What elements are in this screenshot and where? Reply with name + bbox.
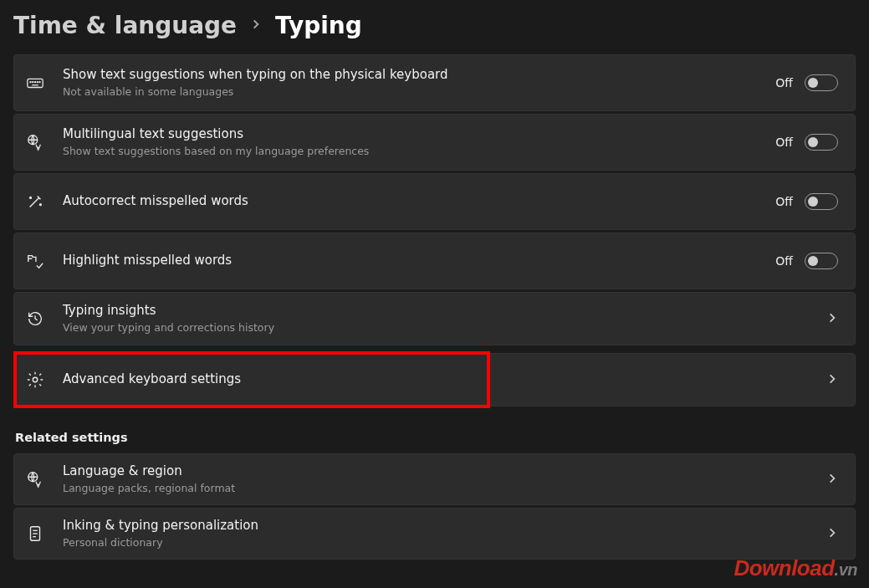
setting-text: Autocorrect misspelled words (63, 193, 775, 210)
toggle-state-label: Off (775, 135, 793, 149)
toggle-switch[interactable] (805, 253, 838, 269)
toggle-switch[interactable] (805, 193, 838, 210)
setting-typing-insights[interactable]: Typing insights View your typing and cor… (13, 292, 856, 345)
toggle-state-label: Off (775, 76, 793, 89)
spellcheck-icon (26, 252, 63, 270)
setting-text: Inking & typing personalization Personal… (63, 518, 826, 550)
toggle-switch[interactable] (805, 134, 838, 151)
svg-point-9 (40, 204, 42, 206)
svg-point-8 (30, 197, 32, 199)
setting-subtitle: Language packs, regional format (63, 482, 826, 495)
nav-indicator (826, 312, 838, 326)
wand-icon (26, 192, 63, 211)
chevron-right-icon (250, 17, 262, 34)
nav-indicator (826, 473, 838, 487)
setting-text: Show text suggestions when typing on the… (63, 67, 775, 99)
chevron-right-icon (826, 473, 838, 487)
chevron-right-icon (826, 527, 838, 541)
settings-list: Show text suggestions when typing on the… (0, 46, 869, 560)
setting-text: Language & region Language packs, region… (63, 463, 826, 495)
setting-title: Inking & typing personalization (63, 518, 826, 534)
watermark-suffix: .vn (835, 560, 857, 579)
svg-point-4 (37, 82, 38, 83)
setting-subtitle: Not available in some languages (63, 85, 775, 99)
svg-point-5 (39, 82, 40, 83)
chevron-right-icon (826, 312, 838, 326)
keyboard-icon (26, 74, 63, 92)
setting-multilingual-suggestions[interactable]: Multilingual text suggestions Show text … (13, 114, 856, 171)
setting-title: Advanced keyboard settings (63, 371, 826, 388)
setting-title: Show text suggestions when typing on the… (63, 67, 775, 84)
section-header-related: Related settings (13, 431, 856, 444)
setting-title: Autocorrect misspelled words (63, 193, 775, 210)
toggle-group: Off (775, 74, 838, 91)
toggle-group: Off (775, 253, 838, 269)
setting-title: Typing insights (63, 303, 826, 320)
svg-point-10 (33, 377, 38, 382)
svg-point-2 (33, 82, 33, 83)
svg-point-1 (30, 82, 31, 83)
setting-subtitle: View your typing and corrections history (63, 321, 826, 335)
breadcrumb-parent[interactable]: Time & language (13, 12, 237, 39)
setting-title: Highlight misspelled words (63, 253, 775, 269)
history-icon (26, 309, 63, 328)
setting-text-suggestions-physical[interactable]: Show text suggestions when typing on the… (13, 54, 856, 111)
document-icon (26, 524, 63, 543)
chevron-right-icon (826, 373, 838, 387)
setting-text: Multilingual text suggestions Show text … (63, 126, 775, 158)
toggle-group: Off (775, 193, 838, 210)
breadcrumb-current: Typing (275, 12, 362, 39)
setting-text: Advanced keyboard settings (63, 371, 826, 388)
related-language-region[interactable]: Language & region Language packs, region… (13, 453, 856, 505)
nav-indicator (826, 527, 838, 541)
toggle-group: Off (775, 134, 838, 151)
breadcrumb: Time & language Typing (0, 0, 869, 46)
toggle-switch[interactable] (805, 74, 838, 91)
setting-title: Multilingual text suggestions (63, 126, 775, 143)
svg-rect-0 (28, 79, 43, 87)
toggle-state-label: Off (775, 195, 793, 208)
setting-subtitle: Personal dictionary (63, 536, 826, 550)
setting-subtitle: Show text suggestions based on my langua… (63, 145, 775, 158)
toggle-state-label: Off (775, 254, 793, 268)
setting-autocorrect[interactable]: Autocorrect misspelled words Off (13, 173, 856, 230)
setting-title: Language & region (63, 463, 826, 480)
related-inking-typing[interactable]: Inking & typing personalization Personal… (13, 508, 856, 560)
nav-indicator (826, 373, 838, 387)
svg-point-3 (34, 82, 35, 83)
setting-highlight-misspelled[interactable]: Highlight misspelled words Off (13, 233, 856, 289)
gear-icon (26, 371, 63, 389)
globe-translate-icon (26, 133, 63, 151)
setting-advanced-keyboard[interactable]: Advanced keyboard settings (13, 353, 856, 406)
globe-translate-icon (26, 470, 63, 488)
setting-text: Highlight misspelled words (63, 253, 775, 269)
setting-text: Typing insights View your typing and cor… (63, 303, 826, 335)
